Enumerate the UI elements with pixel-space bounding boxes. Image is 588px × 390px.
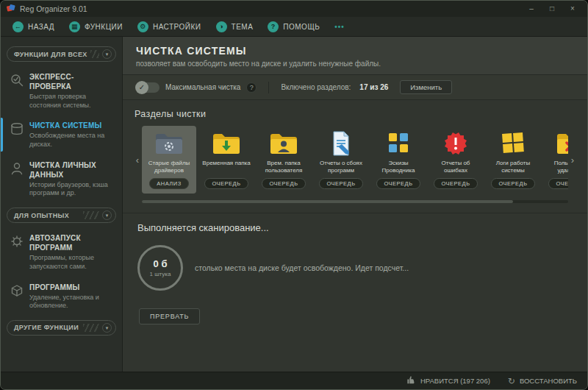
window-controls: – □ × xyxy=(523,3,581,15)
cards-zone: ‹ Старые файлы драйве xyxy=(135,126,576,194)
titlebar: Reg Organizer 9.01 – □ × xyxy=(1,1,587,17)
status-badge: ОЧЕРЕДЬ xyxy=(262,178,305,189)
card-explorer-thumbnails[interactable]: Эскизы Проводника ОЧЕРЕДЬ xyxy=(371,126,426,194)
section-label: ДРУГИЕ ФУНКЦИИ xyxy=(14,324,80,331)
menu-theme-label: ТЕМА xyxy=(232,23,254,31)
sidebar-item-desc: Истории браузеров, кэша программ и др. xyxy=(29,181,115,198)
card-crash-reports[interactable]: Отчеты о сбоях программ ОЧЕРЕДЬ xyxy=(314,126,368,194)
more-icon: ••• xyxy=(334,23,345,31)
sidebar-item-title: ЧИСТКА ЛИЧНЫХ ДАННЫХ xyxy=(29,160,115,180)
gear-icon: ⚙ xyxy=(137,21,148,32)
menubar: ← НАЗАД ▦ ФУНКЦИИ ⚙ НАСТРОЙКИ ◑ ТЕМА ? П… xyxy=(1,17,587,37)
sidebar-item-desc: Программы, которые запускаются сами. xyxy=(29,254,115,271)
sidebar: ФУНКЦИИ ДЛЯ ВСЕХ ▾ ЭКСПРЕСС-ПРОВЕРКА Быс… xyxy=(1,37,123,372)
sidebar-section-advanced[interactable]: ДЛЯ ОПЫТНЫХ ▾ xyxy=(7,208,116,223)
help-icon: ? xyxy=(268,21,279,32)
sidebar-item-autostart[interactable]: АВТОЗАПУСК ПРОГРАММ Программы, которые з… xyxy=(7,228,116,277)
menu-functions-label: ФУНКЦИИ xyxy=(85,23,123,31)
status-badge: АНАЛИЗ xyxy=(149,178,188,189)
main-content: Разделы чистки ‹ xyxy=(123,100,587,372)
restore-label: ВОССТАНОВИТЬ xyxy=(520,377,577,385)
minimize-icon[interactable]: – xyxy=(523,3,540,15)
card-error-reports[interactable]: Отчеты об ошибках ОЧЕРЕДЬ xyxy=(429,126,483,194)
status-badge: ОЧЕРЕДЬ xyxy=(548,178,568,189)
sidebar-item-title: ЧИСТКА СИСТЕМЫ xyxy=(29,121,115,130)
card-temp-folder[interactable]: Временная папка ОЧЕРЕДЬ xyxy=(199,126,254,194)
magnifier-check-icon xyxy=(10,73,24,88)
card-old-driver-files[interactable]: Старые файлы драйверов АНАЛИЗ xyxy=(142,126,196,194)
sidebar-item-system-cleanup[interactable]: ЧИСТКА СИСТЕМЫ Освобождение места на дис… xyxy=(7,116,116,155)
menu-back-label: НАЗАД xyxy=(28,23,54,31)
page-subtitle: позволяет вам освободить место на диске … xyxy=(136,60,574,68)
card-title: Логи работы системы xyxy=(487,160,539,175)
scroll-left-icon[interactable]: ‹ xyxy=(135,155,140,166)
chevron-down-icon: ▾ xyxy=(102,49,112,59)
functions-icon: ▦ xyxy=(69,21,80,32)
cards-row: Старые файлы драйверов АНАЛИЗ xyxy=(142,126,568,194)
card-title: Отчеты о сбоях программ xyxy=(315,160,367,175)
like-button[interactable]: НРАВИТСЯ (197 206) xyxy=(406,375,490,386)
deleted-files-folder-icon xyxy=(556,130,568,157)
scan-section: Выполняется сканирование... 0 б 1 штука … xyxy=(123,213,587,325)
statusbar: НРАВИТСЯ (197 206) ↻ ВОССТАНОВИТЬ xyxy=(1,372,587,389)
temp-folder-icon xyxy=(212,130,241,157)
card-user-temp-folder[interactable]: Врем. папка пользователя ОЧЕРЕДЬ xyxy=(257,126,311,194)
section-label: ДЛЯ ОПЫТНЫХ xyxy=(14,212,80,219)
sidebar-section-functions-for-all[interactable]: ФУНКЦИИ ДЛЯ ВСЕХ ▾ xyxy=(7,46,116,62)
sidebar-item-title: АВТОЗАПУСК ПРОГРАММ xyxy=(29,233,115,252)
freed-space-circle: 0 б 1 штука xyxy=(137,245,183,291)
crash-reports-icon xyxy=(326,130,356,157)
scrollbar-thumb[interactable] xyxy=(142,200,513,203)
restore-button[interactable]: ↻ ВОССТАНОВИТЬ xyxy=(508,376,577,386)
stripes-decoration xyxy=(83,324,99,332)
status-badge: ОЧЕРЕДЬ xyxy=(376,178,420,189)
stripes-decoration xyxy=(90,50,99,58)
scan-description: столько места на диске будет освобождено… xyxy=(195,263,409,272)
scroll-right-icon[interactable]: › xyxy=(570,155,576,166)
thumbs-up-icon xyxy=(406,375,416,386)
help-badge[interactable]: ? xyxy=(246,82,257,93)
window-title: Reg Organizer 9.01 xyxy=(20,4,518,13)
card-system-logs[interactable]: Логи работы системы ОЧЕРЕДЬ xyxy=(486,126,540,194)
thumbnails-icon xyxy=(384,130,413,157)
menu-item-more[interactable]: ••• xyxy=(334,23,345,31)
theme-icon: ◑ xyxy=(216,21,227,32)
change-button[interactable]: Изменить xyxy=(400,80,452,94)
card-user-deleted-files[interactable]: Польз. фай. удаления ОЧЕРЕДЬ xyxy=(543,126,568,194)
sidebar-item-express-check[interactable]: ЭКСПРЕСС-ПРОВЕРКА Быстрая проверка состо… xyxy=(7,67,116,116)
app-logo-icon xyxy=(7,2,15,15)
close-icon[interactable]: × xyxy=(564,3,581,15)
menu-item-settings[interactable]: ⚙ НАСТРОЙКИ xyxy=(137,21,201,32)
card-title: Польз. фай. удаления xyxy=(545,160,568,175)
menu-item-help[interactable]: ? ПОМОЩЬ xyxy=(268,21,320,32)
check-icon: ✓ xyxy=(135,81,148,94)
app-window: Reg Organizer 9.01 – □ × ← НАЗАД ▦ ФУНКЦ… xyxy=(0,0,588,390)
status-badge: ОЧЕРЕДЬ xyxy=(319,178,362,189)
cards-scrollbar[interactable] xyxy=(142,200,568,203)
max-clean-toggle[interactable]: ✓ xyxy=(136,82,159,93)
sidebar-item-programs[interactable]: ПРОГРАММЫ Удаление, установка и обновлен… xyxy=(7,277,116,316)
sidebar-item-private-data-cleanup[interactable]: ЧИСТКА ЛИЧНЫХ ДАННЫХ Истории браузеров, … xyxy=(7,155,116,204)
scan-title: Выполняется сканирование... xyxy=(137,222,573,233)
status-badge: ОЧЕРЕДЬ xyxy=(204,178,248,189)
enabled-sections-value: 17 из 26 xyxy=(359,83,388,91)
menu-item-back[interactable]: ← НАЗАД xyxy=(12,21,54,32)
menu-item-functions[interactable]: ▦ ФУНКЦИИ xyxy=(69,21,123,32)
sidebar-item-desc: Быстрая проверка состояния системы. xyxy=(29,93,115,110)
box-icon xyxy=(10,283,24,298)
page-title: ЧИСТКА СИСТЕМЫ xyxy=(136,45,574,57)
cleanup-sections-title: Разделы чистки xyxy=(135,109,576,119)
menu-settings-label: НАСТРОЙКИ xyxy=(153,23,201,31)
sidebar-item-title: ПРОГРАММЫ xyxy=(29,283,115,292)
menu-help-label: ПОМОЩЬ xyxy=(283,23,320,31)
stripes-decoration xyxy=(83,211,99,219)
sidebar-section-other[interactable]: ДРУГИЕ ФУНКЦИИ ▾ xyxy=(7,320,116,336)
menu-item-theme[interactable]: ◑ ТЕМА xyxy=(216,21,254,32)
gear-spokes-icon xyxy=(10,234,24,249)
abort-button[interactable]: ПРЕРВАТЬ xyxy=(139,308,200,325)
restore-icon: ↻ xyxy=(508,376,515,386)
maximize-icon[interactable]: □ xyxy=(543,3,561,15)
status-badge: ОЧЕРЕДЬ xyxy=(491,178,534,189)
main-header: ЧИСТКА СИСТЕМЫ позволяет вам освободить … xyxy=(123,37,587,75)
sidebar-item-desc: Удаление, установка и обновление. xyxy=(29,294,115,311)
